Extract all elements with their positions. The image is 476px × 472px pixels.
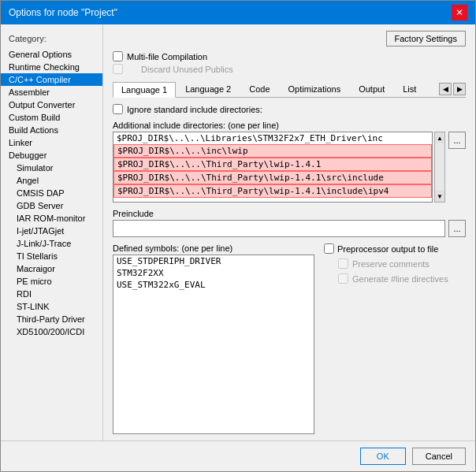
sidebar-item-third-party-driver[interactable]: Third-Party Driver	[1, 313, 102, 325]
include-dirs-section: Additional include directories: (one per…	[113, 121, 466, 203]
title-bar: Options for node "Project" ✕	[1, 1, 475, 24]
include-dirs-label: Additional include directories: (one per…	[113, 121, 466, 130]
tabs: Language 1Language 2CodeOptimizationsOut…	[113, 81, 466, 98]
tab-list[interactable]: List	[394, 81, 425, 97]
generate-directives-label: Generate #line directives	[352, 274, 448, 284]
include-dirs-list[interactable]: $PROJ_DIR$\..\..\Libraries\STM32F2x7_ETH…	[113, 132, 433, 203]
dialog-title: Options for node "Project"	[9, 7, 117, 18]
sidebar-item-custom-build[interactable]: Custom Build	[1, 111, 102, 124]
category-label: Category:	[1, 31, 102, 48]
dialog-body: Category: General OptionsRuntime Checkin…	[1, 24, 475, 440]
discard-unused-checkbox-row: Discard Unused Publics	[113, 64, 466, 74]
sidebar-item-general-options[interactable]: General Options	[1, 48, 102, 61]
sidebar-item-runtime-checking[interactable]: Runtime Checking	[1, 61, 102, 73]
sidebar-item-i-jet[interactable]: I-jet/JTAGjet	[1, 225, 102, 237]
preinclude-input[interactable]	[113, 220, 445, 237]
tab-code[interactable]: Code	[240, 81, 278, 97]
preprocessor-output-label: Preprocessor output to file	[337, 244, 438, 254]
defined-symbol-item[interactable]: USE_STM322xG_EVAL	[113, 279, 314, 291]
sidebar-item-xd5100[interactable]: XD5100/200/ICDI	[1, 325, 102, 338]
content-area: Factory Settings Multi-file Compilation …	[103, 24, 475, 440]
include-dir-item[interactable]: $PROJ_DIR$\..\..\Third_Party\lwip-1.4.1	[113, 158, 432, 171]
checkbox-row: Multi-file Compilation Discard Unused Pu…	[113, 51, 466, 76]
preinclude-browse-button[interactable]: ...	[448, 220, 466, 237]
multi-file-checkbox-row: Multi-file Compilation	[113, 51, 466, 61]
tab-language1[interactable]: Language 1	[113, 82, 176, 98]
multi-file-label: Multi-file Compilation	[127, 52, 207, 61]
sidebar-item-ti-stellaris[interactable]: TI Stellaris	[1, 250, 102, 262]
include-dirs-container: $PROJ_DIR$\..\..\Libraries\STM32F2x7_ETH…	[113, 132, 466, 203]
include-dir-item[interactable]: $PROJ_DIR$\..\..\Libraries\STM32F2x7_ETH…	[113, 132, 432, 144]
defined-right: Preprocessor output to file Preserve com…	[324, 243, 466, 434]
tab-optimizations[interactable]: Optimizations	[280, 81, 350, 97]
sidebar-item-gdb-server[interactable]: GDB Server	[1, 199, 102, 212]
include-dirs-browse-button[interactable]: ...	[448, 132, 466, 149]
sidebar-item-simulator[interactable]: Simulator	[1, 162, 102, 174]
defined-symbol-item[interactable]: USE_STDPERIPH_DRIVER	[113, 255, 314, 267]
include-dir-item[interactable]: $PROJ_DIR$\..\..\Third_Party\lwip-1.4.1\…	[113, 184, 432, 198]
sidebar-item-rdi[interactable]: RDI	[1, 288, 102, 300]
tab-nav: ◀▶	[439, 83, 466, 95]
sidebar-item-assembler[interactable]: Assembler	[1, 86, 102, 98]
top-bar: Factory Settings	[113, 31, 466, 46]
sidebar-item-pe-micro[interactable]: PE micro	[1, 275, 102, 288]
sidebar-item-debugger[interactable]: Debugger	[1, 149, 102, 162]
sidebar-item-build-actions[interactable]: Build Actions	[1, 124, 102, 136]
defined-section: Defined symbols: (one per line) USE_STDP…	[113, 243, 466, 434]
sidebar-item-j-link[interactable]: J-Link/J-Trace	[1, 237, 102, 250]
preserve-comments-label: Preserve comments	[352, 259, 430, 269]
tab-language2[interactable]: Language 2	[177, 81, 240, 97]
bottom-bar: OK Cancel	[1, 440, 475, 471]
defined-symbols-list[interactable]: USE_STDPERIPH_DRIVERSTM32F2XXUSE_STM322x…	[113, 255, 314, 434]
generate-directives-row: Generate #line directives	[338, 273, 466, 284]
sidebar-item-angel[interactable]: Angel	[1, 174, 102, 187]
include-scrollbar-up[interactable]: ▲	[435, 132, 444, 143]
defined-symbol-item[interactable]: STM32F2XX	[113, 267, 314, 279]
tab-prev-button[interactable]: ◀	[439, 83, 452, 95]
preinclude-row: ...	[113, 220, 466, 237]
sidebar-item-iar-rom-monitor[interactable]: IAR ROM-monitor	[1, 212, 102, 225]
preserve-comments-checkbox[interactable]	[338, 258, 348, 269]
sidebar-item-macraigor[interactable]: Macraigor	[1, 262, 102, 275]
dialog: Options for node "Project" ✕ Category: G…	[0, 0, 476, 472]
sidebar-item-cpp-compiler[interactable]: C/C++ Compiler	[1, 73, 102, 86]
defined-left: Defined symbols: (one per line) USE_STDP…	[113, 243, 314, 434]
defined-symbols-label: Defined symbols: (one per line)	[113, 243, 314, 253]
preinclude-label: Preinclude	[113, 209, 466, 218]
sidebar-item-st-link[interactable]: ST-LINK	[1, 300, 102, 313]
tab-next-button[interactable]: ▶	[453, 83, 466, 95]
include-scrollbar-track	[435, 143, 444, 191]
include-scrollbar-down[interactable]: ▼	[435, 191, 444, 202]
preprocessor-output-row: Preprocessor output to file	[324, 243, 466, 254]
discard-unused-label: Discard Unused Publics	[127, 65, 233, 74]
sidebar-item-output-converter[interactable]: Output Converter	[1, 98, 102, 111]
sidebar: Category: General OptionsRuntime Checkin…	[1, 24, 103, 440]
ignore-std-checkbox[interactable]	[113, 104, 123, 114]
preinclude-section: Preinclude ...	[113, 209, 466, 237]
discard-unused-checkbox[interactable]	[113, 64, 123, 74]
sidebar-item-linker[interactable]: Linker	[1, 136, 102, 149]
include-dir-item[interactable]: $PROJ_DIR$\..\..\inc\lwip	[113, 144, 432, 158]
ignore-std-includes-row: Ignore standard include directories:	[113, 104, 466, 114]
sidebar-item-cmsis-dap[interactable]: CMSIS DAP	[1, 187, 102, 199]
close-button[interactable]: ✕	[452, 5, 467, 20]
generate-directives-checkbox[interactable]	[338, 273, 348, 284]
cancel-button[interactable]: Cancel	[412, 448, 466, 465]
include-dir-item[interactable]: $PROJ_DIR$\..\..\Third_Party\lwip-1.4.1\…	[113, 171, 432, 184]
preprocessor-sub: Preserve comments Generate #line directi…	[324, 258, 466, 286]
preserve-comments-row: Preserve comments	[338, 258, 466, 269]
multi-file-checkbox[interactable]	[113, 51, 123, 61]
ignore-std-label: Ignore standard include directories:	[127, 105, 262, 114]
tab-output[interactable]: Output	[350, 81, 393, 97]
factory-settings-button[interactable]: Factory Settings	[386, 31, 466, 46]
ok-button[interactable]: OK	[360, 448, 406, 465]
preprocessor-output-checkbox[interactable]	[324, 243, 334, 254]
